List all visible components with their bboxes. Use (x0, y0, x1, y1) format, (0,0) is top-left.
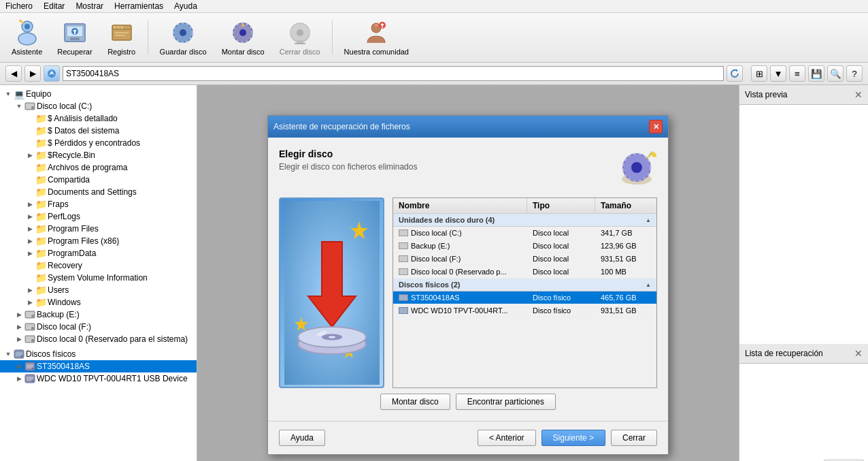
physical-row-0[interactable]: ST3500418AS Disco físico 465,76 GB (393, 291, 656, 304)
tree-item-system-volume[interactable]: ▶ 📁 System Volume Information (0, 272, 197, 284)
menu-ayuda[interactable]: Ayuda (174, 1, 197, 11)
anterior-button[interactable]: < Anterior (478, 430, 536, 446)
tree-item-fraps[interactable]: ▶ 📁 Fraps (0, 198, 197, 210)
recovery-list-close-icon[interactable]: ✕ (854, 348, 863, 359)
help-button[interactable]: ? (846, 65, 863, 82)
discos-fisicos-icon (14, 349, 24, 360)
documents-label: Documents and Settings (48, 187, 137, 197)
montar-disco-button[interactable]: Montar disco (216, 16, 271, 59)
tree-item-wdc[interactable]: ▶ WDC WD10 TPVT-00U4RT1 USB Device (0, 372, 197, 385)
disk-table-header: Nombre Tipo Tamaño (393, 198, 656, 214)
view-details-button[interactable]: ≡ (789, 65, 805, 82)
equipo-expand[interactable]: ▼ (3, 89, 14, 99)
hdd-row-3[interactable]: Disco local 0 (Reservado p... Disco loca… (393, 266, 656, 279)
comunidad-button[interactable]: Nuestra comunidad (338, 16, 415, 59)
encontrar-particiones-button[interactable]: Encontrar particiones (456, 394, 556, 410)
montar-disco-button[interactable]: Montar disco (380, 394, 450, 410)
programdata-expand[interactable]: ▶ (24, 248, 35, 259)
tree-item-disco-c[interactable]: ▼ Disco local (C:) (0, 100, 197, 112)
tree-item-programdata[interactable]: ▶ 📁 ProgramData (0, 247, 197, 259)
tree-item-documents[interactable]: ▶ 📁 Documents and Settings (0, 186, 197, 198)
system-volume-label: System Volume Information (48, 273, 148, 283)
search-button[interactable]: 🔍 (827, 65, 844, 82)
disco-0-expand[interactable]: ▶ (14, 334, 24, 345)
datos-icon: 📁 (35, 125, 46, 136)
st3500-expand[interactable]: ▶ (14, 361, 24, 372)
address-input[interactable] (63, 66, 724, 81)
modal-footer: Ayuda < Anterior Siguiente > Cerrar (268, 421, 668, 454)
tree-item-users[interactable]: ▶ 📁 Users (0, 284, 197, 296)
windows-expand[interactable]: ▶ (24, 297, 35, 308)
modal-close-button[interactable]: ✕ (649, 120, 663, 133)
physical-collapse[interactable]: ▲ (646, 282, 651, 288)
hdd-row-2[interactable]: Disco local (F:) Disco local 931,51 GB (393, 253, 656, 266)
recuperar-button[interactable]: Recuperar (51, 16, 98, 59)
disco-f-expand[interactable]: ▶ (14, 321, 24, 332)
menu-mostrar[interactable]: Mostrar (76, 1, 103, 11)
tree-item-programfiles[interactable]: ▶ 📁 Program Files (0, 223, 197, 235)
save-button[interactable]: 💾 (808, 65, 824, 82)
back-button[interactable]: ◀ (5, 65, 22, 82)
hdd-row-0[interactable]: Disco local (C:) Disco local 341,7 GB (393, 227, 656, 240)
menu-herramientas[interactable]: Herramientas (114, 1, 163, 11)
tree-item-recycle[interactable]: ▶ 📁 $Recycle.Bin (0, 149, 197, 161)
tree-panel: ▼ 💻 Equipo ▼ Disco local (C:) ▶ 📁 $ Anál… (0, 85, 197, 461)
tree-item-backup-e[interactable]: ▶ Backup (E:) (0, 308, 197, 321)
tree-item-disco-f[interactable]: ▶ Disco local (F:) (0, 321, 197, 333)
view-grid-button[interactable]: ⊞ (751, 65, 767, 82)
recycle-icon: 📁 (35, 150, 46, 161)
preview-close-icon[interactable]: ✕ (854, 89, 863, 100)
cerrar-disco-button[interactable]: Cerrar disco (273, 16, 327, 59)
tree-item-equipo[interactable]: ▼ 💻 Equipo (0, 88, 197, 100)
tree-item-compartida[interactable]: ▶ 📁 Compartida (0, 174, 197, 186)
svg-point-52 (32, 380, 34, 382)
hdd-row-1[interactable]: Backup (E:) Disco local 123,96 GB (393, 240, 656, 253)
guardar-disco-label: Guardar disco (160, 48, 207, 56)
backup-e-expand[interactable]: ▶ (14, 309, 24, 320)
disco-c-expand[interactable]: ▼ (14, 101, 24, 112)
filter-button[interactable]: ▼ (770, 65, 786, 82)
tree-item-disco-0[interactable]: ▶ Disco local 0 (Reservado para el siste… (0, 333, 197, 345)
programfiles-expand[interactable]: ▶ (24, 223, 35, 234)
tree-item-datos-sistema[interactable]: ▶ 📁 $ Datos del sistema (0, 125, 197, 137)
tree-item-discos-fisicos[interactable]: ▼ Discos físicos (0, 348, 197, 360)
forward-button[interactable]: ▶ (24, 65, 41, 82)
tree-item-perflogs[interactable]: ▶ 📁 PerfLogs (0, 210, 197, 223)
hdd-2-type: Disco local (527, 253, 595, 265)
menu-fichero[interactable]: Fichero (5, 1, 33, 11)
hdd-0-type: Disco local (527, 227, 595, 239)
siguiente-button[interactable]: Siguiente > (541, 430, 605, 446)
tree-item-windows[interactable]: ▶ 📁 Windows (0, 296, 197, 308)
svg-point-12 (114, 26, 116, 29)
perflogs-expand[interactable]: ▶ (24, 211, 35, 222)
recycle-expand[interactable]: ▶ (24, 150, 35, 161)
registro-button[interactable]: Registro (101, 16, 142, 59)
fraps-expand[interactable]: ▶ (24, 199, 35, 210)
tree-item-st3500[interactable]: ▶ ST3500418AS (0, 360, 197, 372)
tree-item-archivos[interactable]: ▶ 📁 Archivos de programa (0, 161, 197, 174)
tree-item-programfiles-x86[interactable]: ▶ 📁 Program Files (x86) (0, 235, 197, 247)
disco-f-icon (24, 321, 35, 332)
registro-icon (108, 19, 135, 46)
cerrar-button[interactable]: Cerrar (611, 430, 657, 446)
wdc-expand[interactable]: ▶ (14, 373, 24, 384)
tree-item-recovery[interactable]: ▶ 📁 Recovery (0, 259, 197, 272)
svg-point-46 (21, 355, 23, 357)
comunidad-label: Nuestra comunidad (344, 48, 409, 56)
physical-row-1[interactable]: WDC WD10 TPVT-00U4RT... Disco físico 931… (393, 304, 656, 317)
ayuda-button[interactable]: Ayuda (279, 430, 325, 446)
tree-item-perdidos[interactable]: ▶ 📁 $ Pérdidos y encontrados (0, 137, 197, 149)
discos-fisicos-expand[interactable]: ▼ (3, 349, 14, 360)
programfiles-x86-expand[interactable]: ▶ (24, 236, 35, 247)
guardar-disco-button[interactable]: Guardar disco (154, 16, 213, 59)
menu-editar[interactable]: Editar (44, 1, 65, 11)
up-button[interactable] (44, 65, 60, 82)
hdd-collapse[interactable]: ▲ (646, 217, 651, 223)
physical-0-type: Disco físico (527, 291, 595, 304)
users-expand[interactable]: ▶ (24, 285, 35, 296)
svg-rect-25 (297, 40, 303, 43)
tree-item-analisis[interactable]: ▶ 📁 $ Análisis detallado (0, 112, 197, 125)
hdd-2-size: 931,51 GB (595, 253, 656, 265)
asistente-button[interactable]: Asistente (5, 16, 48, 59)
refresh-button[interactable] (727, 65, 743, 82)
